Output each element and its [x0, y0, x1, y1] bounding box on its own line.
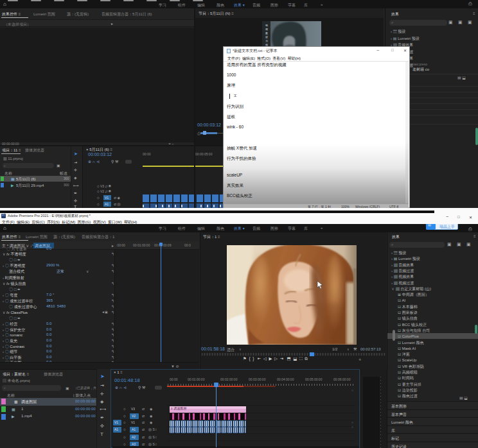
svg-text:素: 素	[265, 31, 268, 35]
svg-text:频: 频	[265, 28, 268, 31]
svg-text:视: 视	[265, 24, 268, 27]
